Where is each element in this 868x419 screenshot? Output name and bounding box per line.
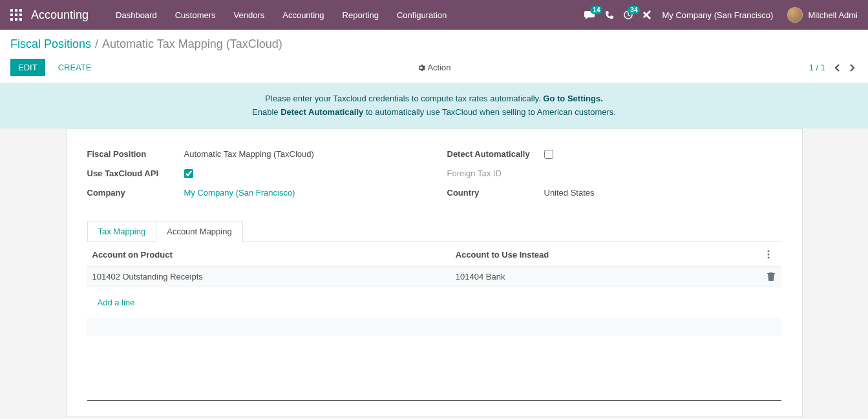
phone-icon[interactable] (605, 10, 614, 19)
breadcrumb-sep: / (95, 37, 98, 51)
breadcrumb: Fiscal Positions / Automatic Tax Mapping… (10, 37, 858, 51)
tab-tax-mapping[interactable]: Tax Mapping (87, 221, 156, 241)
col-account-on-product: Account on Product (87, 242, 450, 267)
control-panel: Fiscal Positions / Automatic Tax Mapping… (0, 30, 868, 83)
pager-next[interactable] (846, 63, 858, 73)
form-sheet: Fiscal Position Automatic Tax Mapping (T… (66, 128, 803, 417)
kebab-icon (767, 250, 770, 259)
nav-menu: Dashboard Customers Vendors Accounting R… (107, 0, 456, 30)
fiscal-position-label: Fiscal Position (87, 149, 184, 159)
action-label: Action (427, 63, 450, 72)
company-label: Company (87, 188, 184, 198)
breadcrumb-current: Automatic Tax Mapping (TaxCloud) (102, 37, 282, 51)
fiscal-position-value: Automatic Tax Mapping (TaxCloud) (184, 149, 314, 159)
detect-auto-label: Detect Automatically (447, 149, 544, 159)
create-button[interactable]: CREATE (50, 59, 100, 76)
banner-line2-strong: Detect Automatically (281, 107, 363, 117)
app-name[interactable]: Accounting (31, 8, 89, 22)
nav-accounting[interactable]: Accounting (273, 0, 333, 30)
company-selector[interactable]: My Company (San Francisco) (662, 10, 773, 20)
use-taxcloud-checkbox[interactable] (184, 169, 193, 178)
tabs: Tax Mapping Account Mapping (87, 221, 781, 242)
nav-vendors[interactable]: Vendors (225, 0, 274, 30)
company-value[interactable]: My Company (San Francisco) (184, 188, 295, 198)
messaging-icon[interactable]: 14 (584, 10, 596, 20)
cell-account-on-product: 101402 Outstanding Receipts (87, 266, 450, 287)
user-menu[interactable]: Mitchell Admi (787, 7, 858, 23)
edit-button[interactable]: EDIT (10, 59, 45, 76)
nav-configuration[interactable]: Configuration (388, 0, 456, 30)
tools-icon[interactable] (642, 10, 653, 20)
activities-icon[interactable]: 34 (623, 10, 633, 20)
activities-badge: 34 (628, 6, 640, 14)
trash-icon (767, 272, 775, 281)
columns-menu-icon[interactable] (767, 250, 776, 259)
breadcrumb-parent[interactable]: Fiscal Positions (10, 37, 91, 51)
detect-auto-checkbox[interactable] (544, 150, 553, 159)
empty-row (87, 318, 781, 336)
svg-point-1 (767, 250, 769, 252)
col-account-to-use: Account to Use Instead (450, 242, 762, 267)
nav-dashboard[interactable]: Dashboard (107, 0, 166, 30)
action-menu[interactable]: Action (417, 63, 450, 72)
table-row[interactable]: 101402 Outstanding Receipts 101404 Bank (87, 266, 781, 287)
account-mapping-table: Account on Product Account to Use Instea… (87, 242, 781, 336)
banner-line1-text: Please enter your Taxcloud credentials t… (265, 94, 543, 103)
apps-icon[interactable] (10, 9, 22, 21)
gear-icon (417, 64, 425, 72)
cell-account-to-use: 101404 Bank (450, 266, 762, 287)
banner-line2-pre: Enable (252, 107, 281, 117)
delete-row-button[interactable] (762, 266, 781, 287)
chevron-right-icon (849, 64, 855, 72)
main-navbar: Accounting Dashboard Customers Vendors A… (0, 0, 868, 30)
banner-line2-post: to automatically use TaxCloud when selli… (366, 107, 616, 117)
chevron-left-icon (834, 64, 841, 72)
messaging-badge: 14 (590, 6, 602, 14)
pager-prev[interactable] (832, 63, 843, 73)
add-line-button[interactable]: Add a line (92, 292, 776, 312)
svg-point-3 (767, 257, 769, 259)
info-banner: Please enter your Taxcloud credentials t… (0, 83, 868, 128)
table-footer-line (87, 400, 781, 401)
country-value: United States (544, 188, 595, 198)
go-to-settings-link[interactable]: Go to Settings. (543, 94, 602, 103)
avatar (787, 7, 803, 23)
svg-point-2 (767, 254, 769, 256)
tab-account-mapping[interactable]: Account Mapping (156, 221, 242, 242)
nav-reporting[interactable]: Reporting (333, 0, 388, 30)
pager-count: 1 / 1 (809, 63, 825, 72)
use-taxcloud-label: Use TaxCloud API (87, 169, 184, 178)
pager: 1 / 1 (809, 63, 858, 73)
nav-customers[interactable]: Customers (166, 0, 225, 30)
user-name: Mitchell Admi (808, 10, 858, 20)
foreign-tax-label: Foreign Tax ID (447, 169, 544, 178)
country-label: Country (447, 188, 544, 198)
